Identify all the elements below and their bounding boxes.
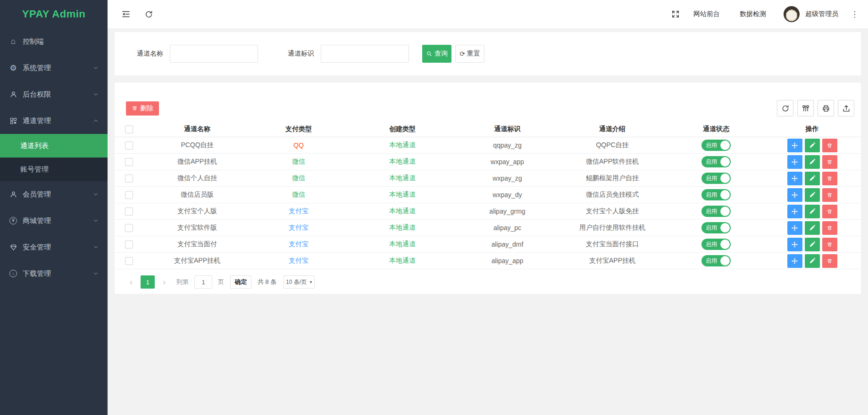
sidebar-item-system[interactable]: ⚙ 系统管理 [0,55,108,81]
edit-button[interactable] [805,155,820,169]
row-checkbox[interactable] [125,224,133,232]
link-data-check[interactable]: 数据检测 [740,10,766,18]
create-type-cell: 本地通道 [346,224,459,232]
edit-button[interactable] [805,188,820,202]
channel-intro-cell: 支付宝个人版免挂 [556,207,669,216]
goto-page-input[interactable] [194,275,212,289]
delete-row-button[interactable] [822,139,837,152]
row-checkbox[interactable] [125,191,133,199]
next-page-button[interactable]: › [160,277,168,287]
status-toggle[interactable]: 启用 [701,173,731,184]
pay-type-cell: QQ [251,141,346,149]
fullscreen-button[interactable] [668,6,684,22]
delete-row-button[interactable] [822,221,837,235]
yen-icon: ¥ [8,217,18,224]
query-button[interactable]: 查询 [422,45,451,63]
app-title: YPAY Admin [0,0,108,28]
pagination: ‹ 1 › 到第 页 确定 共 8 条 10 条/页 ▼ [127,275,861,289]
delete-row-button[interactable] [822,188,837,202]
delete-row-button[interactable] [822,238,837,251]
status-toggle[interactable]: 启用 [701,255,731,266]
move-button[interactable] [787,139,802,152]
move-button[interactable] [787,221,802,235]
topbar-right: 网站前台 数据检测 超级管理员 ⋮ [668,6,859,22]
sidebar-item-permission[interactable]: 后台权限 [0,81,108,108]
edit-button[interactable] [805,221,820,235]
delete-row-button[interactable] [822,205,837,218]
per-page-select[interactable]: 10 条/页 ▼ [284,275,315,289]
delete-button[interactable]: 删除 [126,101,159,116]
user-icon [8,191,18,199]
move-button[interactable] [787,155,802,169]
user-menu[interactable]: 超级管理员 [784,6,838,22]
status-toggle[interactable]: 启用 [701,239,731,250]
prev-page-button[interactable]: ‹ [127,277,135,287]
delete-row-button[interactable] [822,172,837,185]
select-all-checkbox[interactable] [125,125,133,133]
sidebar-item-mall[interactable]: ¥ 商城管理 [0,208,108,234]
edit-button[interactable] [805,172,820,185]
row-checkbox[interactable] [125,158,133,166]
sidebar-item-channel[interactable]: 通道管理 [0,108,108,134]
pay-type-cell: 支付宝 [251,207,346,216]
row-checkbox[interactable] [125,208,133,216]
pay-type-cell: 支付宝 [251,257,346,265]
refresh-button[interactable] [141,6,157,22]
move-button[interactable] [787,188,802,202]
sidebar-item-control[interactable]: ⌂ 控制端 [0,28,108,55]
trash-icon [826,175,833,182]
reset-icon: ⟳ [459,50,465,58]
edit-icon [809,257,816,264]
move-button[interactable] [787,254,802,268]
sidebar-item-member[interactable]: 会员管理 [0,181,108,208]
delete-row-button[interactable] [822,254,837,268]
channel-code-cell: wxpay_dy [459,191,556,199]
row-checkbox[interactable] [125,257,133,265]
edit-button[interactable] [805,205,820,218]
channel-code-input[interactable] [321,45,409,63]
channel-name-input[interactable] [170,45,258,63]
move-icon [791,175,798,182]
move-button[interactable] [787,238,802,251]
edit-button[interactable] [805,139,820,152]
kebab-menu-button[interactable]: ⋮ [851,9,859,19]
sidebar-subitem-account[interactable]: 账号管理 [0,158,108,181]
delete-row-button[interactable] [822,155,837,169]
trash-icon [826,258,833,264]
status-toggle[interactable]: 启用 [701,156,731,167]
row-checkbox[interactable] [125,241,133,249]
sidebar-item-download[interactable]: ↓ 下载管理 [0,260,108,287]
edit-button[interactable] [805,254,820,268]
channel-code-label: 通道标识 [288,50,314,58]
export-button[interactable] [838,100,854,116]
sidebar-item-security[interactable]: 安全管理 [0,234,108,260]
status-toggle[interactable]: 启用 [701,140,731,151]
refresh-table-button[interactable] [777,100,793,116]
row-checkbox[interactable] [125,141,133,149]
channel-name-cell: 支付宝APP挂机 [143,257,251,265]
per-page-value: 10 条/页 [286,278,307,286]
col-header-name: 通道名称 [143,125,251,133]
pay-type-cell: 微信 [251,158,346,166]
edit-button[interactable] [805,238,820,251]
search-icon [426,50,433,57]
toggle-knob [720,256,730,266]
toggle-knob [720,207,730,216]
status-toggle[interactable]: 启用 [701,206,731,217]
reset-button[interactable]: ⟳ 重置 [455,45,484,63]
collapse-menu-button[interactable] [118,6,134,22]
trash-icon [826,241,833,248]
link-site-front[interactable]: 网站前台 [693,10,720,18]
columns-filter-button[interactable] [797,100,814,116]
row-checkbox[interactable] [125,174,133,183]
sidebar-subitem-channel-list[interactable]: 通道列表 [0,134,108,158]
move-button[interactable] [787,172,802,185]
page-number-button[interactable]: 1 [141,275,155,289]
download-icon: ↓ [8,270,18,277]
print-button[interactable] [818,100,834,116]
move-button[interactable] [787,205,802,218]
status-toggle[interactable]: 启用 [701,189,731,200]
confirm-button[interactable]: 确定 [230,275,251,289]
status-toggle[interactable]: 启用 [701,222,731,233]
sidebar: YPAY Admin ⌂ 控制端 ⚙ 系统管理 后台权限 通道管理 通道列表 账… [0,0,108,415]
